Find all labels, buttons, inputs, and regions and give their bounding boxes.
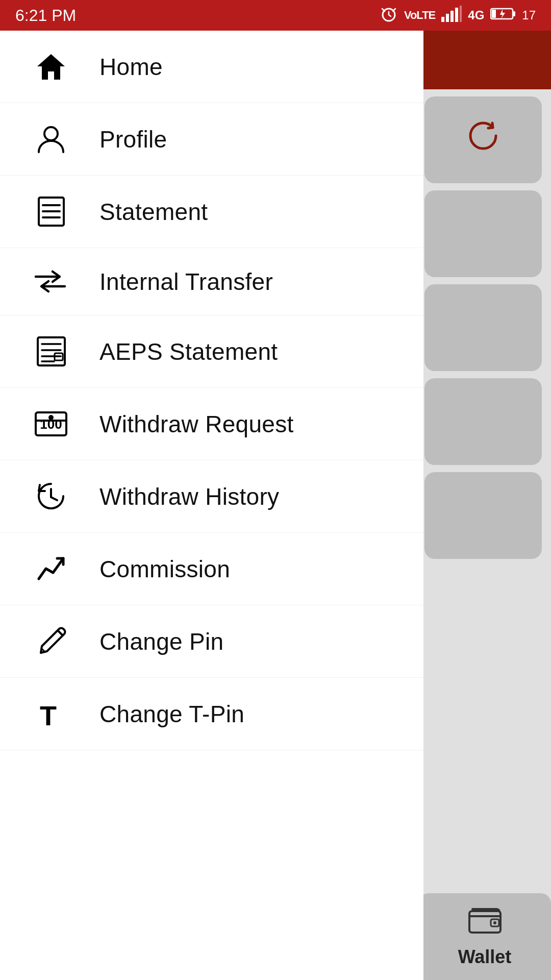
wallet-button[interactable]: Wallet: [418, 893, 551, 980]
right-card-4: [424, 378, 542, 465]
change-tpin-icon: T: [31, 697, 71, 730]
svg-rect-5: [446, 14, 449, 22]
transfer-icon: [31, 267, 71, 296]
status-bar: 6:21 PM VoLTE 4G: [0, 0, 551, 31]
aeps-icon: [31, 335, 71, 368]
svg-rect-8: [460, 6, 462, 22]
menu-label-aeps-statement: AEPS Statement: [99, 338, 278, 365]
volte-icon: VoLTE: [404, 9, 435, 22]
svg-point-2: [493, 921, 496, 924]
change-pin-icon: [31, 625, 71, 658]
menu-label-withdraw-history: Withdraw History: [99, 483, 279, 510]
statement-icon: [31, 195, 71, 228]
alarm-icon: [380, 5, 398, 27]
svg-line-30: [51, 497, 57, 500]
menu-label-change-tpin: Change T-Pin: [99, 700, 244, 728]
menu-item-change-pin[interactable]: Change Pin: [0, 605, 423, 678]
menu-label-commission: Commission: [99, 555, 230, 583]
menu-item-commission[interactable]: Commission: [0, 533, 423, 605]
svg-point-12: [44, 127, 58, 140]
menu-label-profile: Profile: [99, 126, 167, 153]
svg-line-31: [57, 630, 63, 636]
menu-label-internal-transfer: Internal Transfer: [99, 268, 273, 296]
network-4g-icon: 4G: [468, 8, 484, 22]
wallet-icon: [468, 906, 502, 941]
menu-list: Home Profile Statement: [0, 31, 423, 750]
status-time: 6:21 PM: [15, 6, 76, 25]
menu-item-profile[interactable]: Profile: [0, 103, 423, 176]
menu-label-change-pin: Change Pin: [99, 628, 223, 655]
menu-item-withdraw-request[interactable]: 100 Withdraw Request: [0, 388, 423, 460]
menu-item-internal-transfer[interactable]: Internal Transfer: [0, 248, 423, 315]
svg-rect-11: [492, 10, 496, 18]
signal-icon: [441, 6, 462, 26]
menu-item-statement[interactable]: Statement: [0, 176, 423, 248]
menu-item-home[interactable]: Home: [0, 31, 423, 103]
svg-rect-6: [450, 11, 454, 22]
refresh-icon: [463, 115, 504, 164]
withdraw-request-icon: 100: [31, 407, 71, 440]
menu-item-aeps-statement[interactable]: AEPS Statement: [0, 315, 423, 388]
menu-label-home: Home: [99, 53, 163, 81]
drawer: Home Profile Statement: [0, 0, 423, 980]
profile-icon: [31, 122, 71, 156]
wallet-label: Wallet: [458, 946, 512, 968]
home-icon: [31, 50, 71, 83]
right-cards: [418, 89, 551, 566]
menu-item-change-tpin[interactable]: T Change T-Pin: [0, 678, 423, 750]
svg-rect-10: [513, 11, 515, 16]
right-panel: [418, 0, 551, 980]
right-card-5: [424, 472, 542, 559]
status-icons: VoLTE 4G 17: [380, 5, 536, 27]
svg-rect-7: [455, 8, 458, 22]
right-card-3: [424, 284, 542, 371]
right-card-1: [424, 96, 542, 183]
menu-label-statement: Statement: [99, 198, 208, 226]
commission-icon: [31, 552, 71, 585]
withdraw-history-icon: [31, 480, 71, 513]
svg-point-28: [48, 415, 54, 420]
menu-label-withdraw-request: Withdraw Request: [99, 410, 294, 438]
battery-icon: [490, 7, 516, 24]
right-card-2: [424, 190, 542, 277]
svg-rect-4: [441, 17, 444, 22]
svg-text:T: T: [40, 700, 57, 730]
battery-percent: 17: [522, 8, 536, 22]
menu-item-withdraw-history[interactable]: Withdraw History: [0, 460, 423, 533]
